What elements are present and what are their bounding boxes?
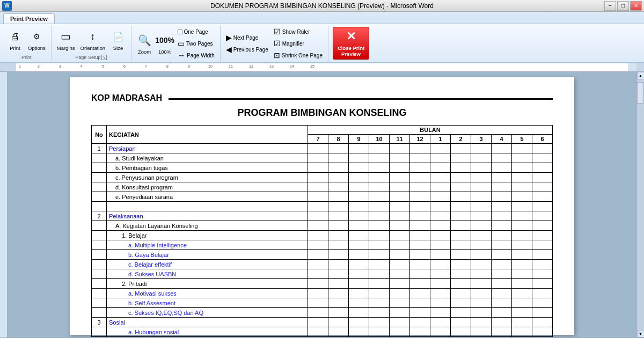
cell-month-5	[410, 221, 430, 231]
table-header-bulan: BULAN	[308, 126, 553, 135]
cell-month-0	[308, 279, 328, 289]
table-row: a. Motivasi sukses	[92, 289, 553, 298]
print-icon: 🖨	[8, 29, 23, 44]
table-row: 1Persiapan	[92, 144, 553, 153]
scroll-thumb[interactable]	[637, 82, 644, 104]
cell-month-10	[512, 182, 532, 192]
cell-month-7	[451, 202, 471, 211]
two-pages-icon: ▭	[178, 39, 185, 48]
cell-month-4	[390, 250, 410, 260]
cell-month-0	[308, 327, 328, 337]
cell-month-9	[492, 153, 512, 163]
left-ruler	[0, 72, 8, 337]
minimize-button[interactable]: −	[604, 1, 616, 11]
cell-no	[92, 298, 107, 308]
cell-month-8	[471, 144, 492, 153]
cell-month-1	[328, 327, 349, 337]
shrink-one-page-button[interactable]: ⊡ Shrink One Page	[272, 50, 325, 61]
cell-month-10	[512, 211, 532, 221]
cell-month-6	[430, 173, 451, 182]
cell-month-4	[390, 144, 410, 153]
cell-month-2	[349, 182, 369, 192]
cell-month-3	[369, 163, 390, 173]
table-row: a. Hubungan sosial	[92, 327, 553, 337]
close-print-preview-button[interactable]: ✕ Close PrintPreview	[333, 27, 369, 60]
options-button[interactable]: ⚙ Options	[26, 28, 48, 52]
close-button[interactable]: ✕	[630, 1, 642, 11]
cell-kegiatan: 1. Belajar	[107, 231, 308, 240]
cell-month-5	[410, 318, 430, 327]
cell-no: 2	[92, 211, 107, 221]
cell-month-5	[410, 202, 430, 211]
cell-month-11	[532, 240, 553, 250]
cell-month-6	[430, 144, 451, 153]
kop-line	[169, 98, 553, 100]
cell-month-11	[532, 173, 553, 182]
print-button[interactable]: 🖨 Print	[5, 28, 25, 52]
size-button[interactable]: 📄 Size	[108, 28, 128, 52]
cell-no	[92, 163, 107, 173]
cell-month-4	[390, 298, 410, 308]
close-preview-group: ✕ Close PrintPreview	[328, 25, 374, 61]
cell-month-7	[451, 318, 471, 327]
cell-month-7	[451, 250, 471, 260]
table-row: 2. Pribadi	[92, 279, 553, 289]
table-row: 2Pelaksanaan	[92, 211, 553, 221]
window-title: DOKUMEN PROGRAM BIMBINGAN KONSELING (Pre…	[210, 2, 434, 10]
one-page-button[interactable]: □ One Page	[175, 26, 217, 37]
cell-month-0	[308, 240, 328, 250]
cell-month-2	[349, 202, 369, 211]
cell-month-5	[410, 192, 430, 202]
cell-no	[92, 221, 107, 231]
cell-no	[92, 260, 107, 269]
cell-month-3	[369, 144, 390, 153]
cell-month-0	[308, 202, 328, 211]
cell-month-1	[328, 240, 349, 250]
scroll-down-arrow[interactable]: ▼	[637, 330, 645, 337]
page-width-button[interactable]: ↔ Page Width	[175, 50, 217, 61]
ruler: 1 2 3 4 5 6 7 8 9 10 11 12 13 14 15	[0, 63, 644, 72]
cell-kegiatan	[107, 202, 308, 211]
two-pages-button[interactable]: ▭ Two Pages	[175, 38, 217, 49]
cell-kegiatan: c. Sukses IQ,EQ,SQ dan AQ	[107, 308, 308, 318]
cell-month-6	[430, 279, 451, 289]
cell-no	[92, 240, 107, 250]
cell-month-10	[512, 318, 532, 327]
magnifier-checkbox[interactable]: ☑ Magnifier	[272, 38, 325, 49]
cell-month-5	[410, 211, 430, 221]
table-row: 1. Belajar	[92, 231, 553, 240]
cell-month-8	[471, 269, 492, 279]
table-row: d. Sukses UASBN	[92, 269, 553, 279]
month-4: 4	[492, 135, 512, 144]
tab-print-preview[interactable]: Print Preview	[3, 13, 55, 24]
cell-month-9	[492, 211, 512, 221]
maximize-button[interactable]: □	[617, 1, 629, 11]
show-ruler-checkbox[interactable]: ☑ Show Ruler	[272, 26, 325, 37]
orientation-button[interactable]: ↕ Orientation	[78, 28, 107, 52]
cell-month-10	[512, 250, 532, 260]
cell-month-9	[492, 298, 512, 308]
cell-month-6	[430, 182, 451, 192]
cell-kegiatan: c. Belajar effektif	[107, 260, 308, 269]
cell-month-11	[532, 163, 553, 173]
margins-button[interactable]: ▭ Margins	[55, 28, 77, 52]
table-row: d. Konsultasi program	[92, 182, 553, 192]
cell-month-1	[328, 163, 349, 173]
next-page-button[interactable]: ▶ Next Page	[224, 32, 270, 43]
cell-month-8	[471, 279, 492, 289]
cell-month-10	[512, 269, 532, 279]
scroll-up-arrow[interactable]: ▲	[637, 72, 645, 79]
cell-month-9	[492, 289, 512, 298]
cell-month-5	[410, 289, 430, 298]
prev-page-button[interactable]: ◀ Previous Page	[224, 44, 270, 55]
cell-month-6	[430, 250, 451, 260]
zoom-button[interactable]: 🔍 Zoom	[135, 32, 154, 56]
cell-month-0	[308, 173, 328, 182]
zoom-options-col: □ One Page ▭ Two Pages ↔ Page Width	[175, 26, 217, 61]
cell-month-7	[451, 308, 471, 318]
page-setup-expand-icon[interactable]: ↘	[101, 55, 107, 60]
print-group-items: 🖨 Print ⚙ Options	[5, 26, 48, 54]
cell-month-7	[451, 163, 471, 173]
cell-month-8	[471, 211, 492, 221]
zoom-percent-button[interactable]: 100% 100%	[155, 32, 174, 56]
